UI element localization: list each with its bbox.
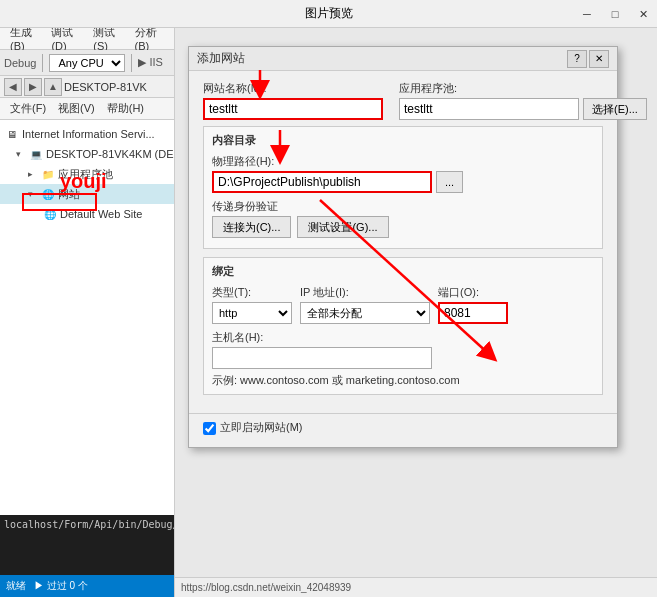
port-label: 端口(O):	[438, 285, 508, 300]
iis-tree: 🖥 Internet Information Servi... ▾ 💻 DESK…	[0, 120, 174, 515]
type-label: 类型(T):	[212, 285, 292, 300]
bottom-count: ▶ 过过 0 个	[34, 579, 88, 593]
connect-buttons-row: 连接为(C)... 测试设置(G)...	[212, 216, 594, 238]
window-close-button[interactable]: ✕	[629, 0, 657, 28]
nav-up-button[interactable]: ▲	[44, 78, 62, 96]
tree-apppools[interactable]: ▸ 📁 应用程序池	[0, 164, 174, 184]
tree-root-label: Internet Information Servi...	[22, 128, 155, 140]
app-pool-col: 应用程序池: 选择(E)...	[399, 81, 647, 120]
host-col: 主机名(H):	[212, 330, 594, 369]
physical-path-row: ...	[212, 171, 594, 193]
maximize-button[interactable]: □	[601, 0, 629, 28]
type-select[interactable]: http	[212, 302, 292, 324]
ip-select[interactable]: 全部未分配	[300, 302, 430, 324]
dialog-close-button[interactable]: ✕	[589, 50, 609, 68]
binding-row: 类型(T): http IP 地址(I): 全部未分配 端口(O):	[212, 285, 594, 324]
start-site-label: 立即启动网站(M)	[220, 420, 303, 435]
connect-as-button[interactable]: 连接为(C)...	[212, 216, 291, 238]
title-bar: 图片预览 ─ □ ✕	[0, 0, 657, 28]
ip-label: IP 地址(I):	[300, 285, 430, 300]
nav-back-button[interactable]: ◀	[4, 78, 22, 96]
menu-bar: 生成(B) 调试(D) 测试(S) 分析(B)	[0, 28, 174, 50]
tree-expand-desktop[interactable]: ▾	[16, 149, 28, 159]
nav-path: DESKTOP-81VK	[64, 81, 170, 93]
menu-view[interactable]: 视图(V)	[52, 101, 101, 116]
example-text: 示例: www.contoso.com 或 marketing.contoso.…	[212, 373, 594, 388]
app-pool-input[interactable]	[399, 98, 579, 120]
dialog-title-bar: 添加网站 ? ✕	[189, 47, 617, 71]
tree-sites[interactable]: ▾ 🌐 网站	[0, 184, 174, 204]
tree-expand-app[interactable]: ▸	[28, 169, 40, 179]
menu-generate[interactable]: 生成(B)	[4, 28, 45, 52]
toolbar-sep2	[131, 54, 132, 72]
output-panel: localhost/Form/Api/bin/Debug/netcores...	[0, 515, 174, 575]
url-text: https://blog.csdn.net/weixin_42048939	[181, 582, 351, 593]
tree-desktop-label: DESKTOP-81VK4KM (DESKT...	[46, 148, 174, 160]
minimize-button[interactable]: ─	[573, 0, 601, 28]
dialog-footer: 立即启动网站(M)	[189, 413, 617, 447]
menu-analyze[interactable]: 分析(B)	[129, 28, 170, 52]
start-site-checkbox[interactable]	[203, 422, 216, 435]
output-line: localhost/Form/Api/bin/Debug/netcores...	[4, 519, 170, 530]
physical-path-label: 物理路径(H):	[212, 154, 594, 169]
menu-test[interactable]: 测试(S)	[87, 28, 128, 52]
app-pool-row: 选择(E)...	[399, 98, 647, 120]
app-pools-icon: 📁	[40, 166, 56, 182]
toolbar-sep1	[42, 54, 43, 72]
port-input[interactable]	[438, 302, 508, 324]
vs-bottom-bar: 就绪 ▶ 过过 0 个	[0, 575, 174, 597]
dialog-title: 添加网站	[197, 50, 245, 67]
left-panel: 生成(B) 调试(D) 测试(S) 分析(B) Debug Any CPU ▶ …	[0, 28, 175, 597]
tree-default-site-label: Default Web Site	[60, 208, 142, 220]
desktop-icon: 💻	[28, 146, 44, 162]
pass-through-label: 传递身份验证	[212, 199, 594, 214]
tree-desktop[interactable]: ▾ 💻 DESKTOP-81VK4KM (DESKT...	[0, 144, 174, 164]
dialog-help-button[interactable]: ?	[567, 50, 587, 68]
nav-bar: ◀ ▶ ▲ DESKTOP-81VK	[0, 76, 174, 98]
host-label: 主机名(H):	[212, 330, 594, 345]
site-name-col: 网站名称(M):	[203, 81, 383, 120]
binding-section: 绑定 类型(T): http IP 地址(I): 全部未分配 端口(O):	[203, 257, 603, 395]
port-col: 端口(O):	[438, 285, 508, 324]
sites-icon: 🌐	[40, 186, 56, 202]
file-menu-bar: 文件(F) 视图(V) 帮助(H)	[0, 98, 174, 120]
tree-expand-sites[interactable]: ▾	[28, 189, 40, 199]
nav-forward-button[interactable]: ▶	[24, 78, 42, 96]
debug-label: Debug	[4, 57, 36, 69]
host-input[interactable]	[212, 347, 432, 369]
physical-path-col: 物理路径(H): ...	[212, 154, 594, 193]
site-name-label: 网站名称(M):	[203, 81, 383, 96]
iis-icon: 🖥	[4, 126, 20, 142]
menu-help[interactable]: 帮助(H)	[101, 101, 150, 116]
content-dir-section: 内容目录 物理路径(H): ... 传递身份验证 连接为(C)... 测试设置(…	[203, 126, 603, 249]
cpu-dropdown[interactable]: Any CPU	[49, 54, 125, 72]
dialog-title-controls: ? ✕	[567, 50, 609, 68]
tree-sites-label: 网站	[58, 187, 80, 202]
add-website-dialog: 添加网站 ? ✕ 网站名称(M): 应用程序池: 选择(E)... 内容目录	[188, 46, 618, 448]
default-site-icon: 🌐	[42, 206, 58, 222]
binding-title: 绑定	[212, 264, 594, 279]
menu-file[interactable]: 文件(F)	[4, 101, 52, 116]
browse-path-button[interactable]: ...	[436, 171, 463, 193]
start-checkbox-row: 立即启动网站(M)	[203, 420, 603, 437]
app-pool-label: 应用程序池:	[399, 81, 647, 96]
tree-default-site[interactable]: 🌐 Default Web Site	[0, 204, 174, 224]
physical-path-input[interactable]	[212, 171, 432, 193]
window-controls: ─ □ ✕	[573, 0, 657, 28]
type-col: 类型(T): http	[212, 285, 292, 324]
test-settings-button[interactable]: 测试设置(G)...	[297, 216, 388, 238]
tree-apppools-label: 应用程序池	[58, 167, 113, 182]
dialog-body: 网站名称(M): 应用程序池: 选择(E)... 内容目录 物理路径(H): .…	[189, 71, 617, 413]
site-name-input[interactable]	[203, 98, 383, 120]
tree-root[interactable]: 🖥 Internet Information Servi...	[0, 124, 174, 144]
menu-debug[interactable]: 调试(D)	[45, 28, 87, 52]
window-title: 图片预览	[305, 5, 353, 22]
ip-col: IP 地址(I): 全部未分配	[300, 285, 430, 324]
iis-label[interactable]: ▶ IIS	[138, 56, 163, 69]
url-bar: https://blog.csdn.net/weixin_42048939	[175, 577, 657, 597]
select-app-pool-button[interactable]: 选择(E)...	[583, 98, 647, 120]
site-name-row: 网站名称(M): 应用程序池: 选择(E)...	[203, 81, 603, 120]
status-ready: 就绪	[6, 579, 26, 593]
content-dir-title: 内容目录	[212, 133, 594, 148]
toolbar: Debug Any CPU ▶ IIS	[0, 50, 174, 76]
